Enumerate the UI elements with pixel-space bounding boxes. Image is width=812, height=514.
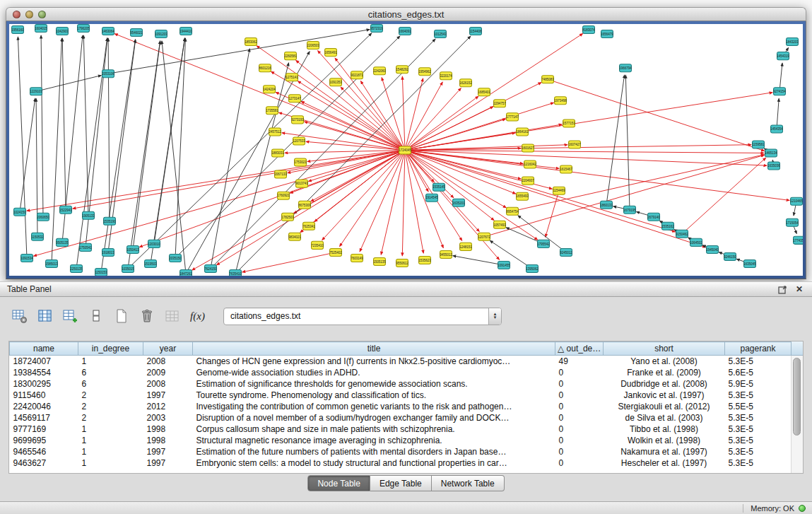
network-node[interactable]: 1944410: [180, 28, 192, 35]
table-cell[interactable]: Structural magnetic resonance image aver…: [193, 435, 555, 446]
network-node[interactable]: 9013743: [295, 180, 308, 187]
table-cell[interactable]: Tibbo et al. (1998): [604, 424, 725, 435]
network-node[interactable]: 8601216: [259, 64, 271, 72]
network-node[interactable]: 1843203: [786, 38, 799, 46]
table-cell[interactable]: 5.3E-5: [725, 424, 792, 435]
network-node[interactable]: 1424204: [263, 86, 276, 93]
table-row[interactable]: 946362711997Embryonic stem cells: a mode…: [10, 457, 792, 469]
network-node[interactable]: 1860133: [600, 201, 613, 209]
table-cell[interactable]: 0: [555, 412, 604, 424]
network-node[interactable]: 1273147: [288, 95, 301, 103]
table-row[interactable]: 1456911722003Disruption of a novel membe…: [10, 412, 792, 424]
column-header[interactable]: year: [143, 342, 193, 356]
table-cell[interactable]: Nakamura et al. (1997): [604, 446, 725, 457]
network-node[interactable]: 1150153: [95, 268, 107, 276]
row-height-button[interactable]: [86, 307, 105, 326]
table-cell[interactable]: 5.5E-5: [725, 401, 792, 412]
network-node[interactable]: 1847261: [180, 269, 192, 276]
network-node[interactable]: 1395062: [526, 264, 539, 272]
table-cell[interactable]: 0: [555, 424, 604, 435]
network-node[interactable]: 2053106: [102, 70, 114, 78]
network-node[interactable]: 8675309: [298, 201, 311, 209]
table-cell[interactable]: 2012: [143, 401, 193, 412]
close-panel-icon[interactable]: ✕: [794, 284, 805, 295]
column-header[interactable]: △ out_de…: [555, 342, 604, 356]
table-cell[interactable]: 1: [78, 424, 143, 435]
network-node[interactable]: 1050413: [126, 245, 139, 253]
column-header[interactable]: pagerank: [725, 342, 792, 356]
table-cell[interactable]: 5.3E-5: [725, 446, 792, 457]
table-cell[interactable]: 1: [78, 446, 143, 457]
table-cell[interactable]: 2: [78, 412, 143, 424]
network-node[interactable]: 7525402: [329, 248, 342, 256]
table-cell[interactable]: 1: [78, 435, 143, 446]
table-row[interactable]: 911546021997Tourette syndrome. Phenomeno…: [10, 390, 792, 401]
table-cell[interactable]: 1998: [143, 435, 193, 446]
network-node[interactable]: 1966794: [619, 64, 632, 72]
delete-table-button[interactable]: [137, 307, 156, 326]
network-node[interactable]: 1601627: [522, 144, 534, 152]
network-node[interactable]: 1275141: [286, 74, 298, 81]
network-node[interactable]: 2060650: [37, 213, 49, 221]
table-cell[interactable]: Investigating the contribution of common…: [193, 401, 555, 412]
table-cell[interactable]: 1997: [143, 390, 193, 401]
network-node[interactable]: 9572319: [370, 25, 383, 33]
network-node[interactable]: 2457512: [269, 128, 281, 136]
table-cell[interactable]: Jankovic et al. (1997): [604, 390, 725, 401]
network-node[interactable]: 1777147: [506, 113, 519, 121]
network-node[interactable]: 7635410: [229, 269, 242, 276]
network-node[interactable]: 1753021: [294, 158, 307, 166]
table-cell[interactable]: 5.3E-5: [725, 435, 792, 446]
network-node[interactable]: 1535190: [103, 217, 116, 225]
network-node[interactable]: 1905133: [82, 211, 95, 219]
network-canvas[interactable]: 1724045185306222605818601216127514114242…: [9, 24, 803, 276]
table-cell[interactable]: Franke et al. (2009): [604, 367, 725, 378]
network-node[interactable]: 7603149: [351, 254, 363, 262]
table-cell[interactable]: Wolkin et al. (1998): [604, 435, 725, 446]
network-node[interactable]: 1635045: [743, 259, 756, 267]
network-node[interactable]: 1607427: [568, 141, 581, 148]
table-cell[interactable]: 0: [555, 435, 604, 446]
network-node[interactable]: 1604015: [35, 25, 47, 33]
table-cell[interactable]: 2: [78, 401, 143, 412]
table-cell[interactable]: 18300295: [10, 378, 78, 390]
table-cell[interactable]: 0: [555, 401, 604, 412]
network-node[interactable]: 1522943: [59, 206, 72, 214]
table-cell[interactable]: Corpus callosum shape and size in male p…: [193, 424, 555, 435]
table-cell[interactable]: Estimation of significance thresholds fo…: [193, 378, 555, 390]
network-node[interactable]: 1853062: [245, 38, 257, 46]
float-panel-icon[interactable]: [777, 284, 788, 295]
network-node[interactable]: 1042903: [56, 28, 69, 35]
network-node[interactable]: 1782503: [281, 213, 294, 221]
network-node[interactable]: 1679195: [623, 206, 636, 214]
network-node[interactable]: 1535145: [433, 183, 445, 191]
table-cell[interactable]: 2: [78, 390, 143, 401]
network-node[interactable]: 1548292: [396, 66, 408, 74]
network-node[interactable]: 1203010: [148, 240, 160, 247]
table-cell[interactable]: Yano et al. (2008): [604, 356, 725, 367]
network-node[interactable]: 1973498: [554, 97, 567, 105]
table-cell[interactable]: Stergiakouli et al. (2012): [604, 401, 725, 412]
network-node[interactable]: 9150462: [676, 230, 688, 238]
column-header[interactable]: in_degree: [78, 342, 143, 356]
network-node[interactable]: 1159581: [752, 141, 765, 148]
network-node[interactable]: 9274154: [773, 88, 786, 95]
network-node[interactable]: 7625341: [302, 222, 315, 230]
network-node[interactable]: 1519503: [144, 259, 157, 267]
scrollbar-thumb[interactable]: [793, 358, 801, 436]
network-node[interactable]: 1635036: [767, 162, 780, 170]
network-node[interactable]: 1207672: [478, 233, 490, 240]
network-node[interactable]: 1091455: [498, 261, 510, 269]
network-node[interactable]: 1216042: [524, 160, 536, 168]
network-node[interactable]: 9550612: [396, 259, 408, 267]
network-node[interactable]: 7485083: [541, 76, 554, 83]
table-cell[interactable]: 9463627: [10, 457, 78, 469]
network-node[interactable]: 9546021: [130, 29, 143, 37]
network-node[interactable]: 1577151: [563, 119, 575, 127]
network-node[interactable]: 1635201: [452, 199, 465, 206]
network-node[interactable]: 1154408: [469, 28, 482, 35]
table-cell[interactable]: 0: [555, 390, 604, 401]
network-node[interactable]: 2035150: [169, 254, 182, 262]
column-header[interactable]: name: [10, 342, 78, 356]
table-cell[interactable]: 1997: [143, 457, 193, 469]
